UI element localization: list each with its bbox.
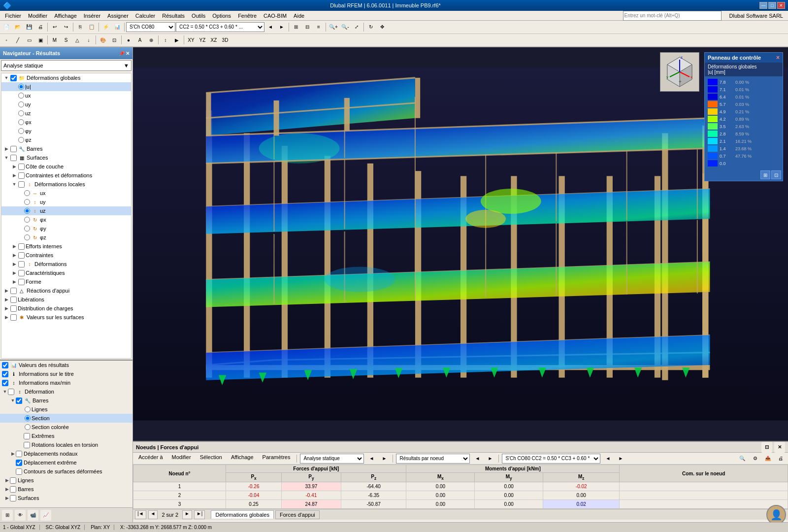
tree-contraintes[interactable]: ▶ Contraintes (1, 251, 131, 260)
chk-contours[interactable] (16, 468, 22, 475)
menu-fichier[interactable]: Fichier (2, 12, 24, 20)
chk-liberations[interactable] (10, 297, 17, 303)
print-btn[interactable]: 🖨 (35, 22, 46, 33)
tree-barres[interactable]: ▶ 🔧 Barres (1, 144, 131, 153)
tree-ux[interactable]: ux (1, 91, 131, 100)
chk-deformations[interactable] (18, 261, 25, 267)
res-rotations[interactable]: Rotations locales en torsion (0, 440, 132, 449)
viewport[interactable]: x y z + Panneau de contrôle × Déformatio… (133, 47, 788, 522)
undo-btn[interactable]: ↩ (49, 22, 60, 33)
close-button[interactable]: ✕ (777, 2, 785, 9)
chk-def-globales[interactable] (10, 75, 17, 81)
expand-icon[interactable]: ▼ (3, 75, 9, 81)
surface-btn[interactable]: ▭ (24, 34, 34, 45)
footer-nav-next[interactable]: ► (182, 510, 192, 519)
analysis-dropdown[interactable]: Analyse statique ▼ (1, 60, 131, 71)
tab-deformations-globales[interactable]: Déformations globales (211, 510, 273, 519)
tree-contraintes-def[interactable]: ▶ Contraintes et déformations (1, 171, 131, 180)
table-row[interactable]: 3 0.25 24.87 -50.87 0.00 0.00 0.02 (133, 500, 788, 509)
tree-local-phix[interactable]: ↻ φx (1, 215, 131, 224)
radio-local-uz[interactable] (24, 208, 30, 214)
res-valeurs[interactable]: 📊 Valeurs des résultats (0, 361, 132, 369)
camera-icon[interactable]: 📹 (28, 510, 38, 521)
tree-valeurs-surfaces[interactable]: ▶ ✱ Valeurs sur les surfaces (1, 313, 131, 322)
menu-affichage[interactable]: Affichage (51, 12, 80, 20)
res-maxmin[interactable]: ↕ Informations max/min (0, 378, 132, 387)
chk-valeurs-surfaces[interactable] (10, 314, 17, 321)
chk-reactions[interactable] (10, 288, 17, 294)
redo-btn[interactable]: ↪ (61, 22, 71, 33)
res-btn[interactable]: 📊 (112, 22, 123, 33)
bt-resultats-combo[interactable]: Résultats par noeud (396, 454, 470, 464)
res-lignes2[interactable]: ▶ Lignes (0, 476, 132, 485)
paste-btn[interactable]: 📋 (86, 22, 97, 33)
nav-close[interactable]: ✕ (126, 51, 130, 56)
zoom-in[interactable]: 🔍+ (328, 22, 339, 33)
chk-contraintes-def[interactable] (18, 172, 25, 179)
chk-depl-nodaux[interactable] (16, 451, 22, 457)
radio-uy[interactable] (18, 101, 24, 107)
menu-resultats[interactable]: Résultats (159, 12, 188, 20)
footer-nav-last[interactable]: ►| (194, 510, 205, 519)
tree-local-ux[interactable]: ↔ ux (1, 189, 131, 198)
footer-nav-prev[interactable]: ◄ (148, 510, 158, 519)
rotate-btn[interactable]: ↻ (365, 22, 376, 33)
chk-res-valeurs[interactable] (2, 362, 8, 368)
bt-combo-prev[interactable]: ◄ (602, 453, 613, 464)
minimize-button[interactable]: — (759, 2, 767, 9)
copy-btn[interactable]: ⎘ (75, 22, 86, 33)
radio-local-ux[interactable] (24, 190, 30, 196)
chk-def-locales[interactable] (18, 181, 25, 188)
menu-fenetre[interactable]: Fenêtre (235, 12, 260, 20)
res-section[interactable]: Section (0, 414, 132, 423)
menu-outils[interactable]: Outils (189, 12, 208, 20)
render-btn[interactable]: 🎨 (98, 34, 108, 45)
tree-phiy[interactable]: φy (1, 127, 131, 135)
search-input[interactable] (623, 11, 722, 21)
tree-liberations[interactable]: ▶ Libérations (1, 295, 131, 304)
bt-res-next[interactable]: ► (485, 453, 495, 464)
bt-affichage[interactable]: Affichage (228, 454, 257, 464)
load-btn[interactable]: ↓ (83, 34, 94, 45)
bt-analyse-combo[interactable]: Analyse statique (300, 454, 364, 464)
tree-deformations-globales[interactable]: ▼ 📁 Déformations globales (1, 73, 131, 82)
zoom-out[interactable]: 🔍- (340, 22, 351, 33)
control-panel-close[interactable]: × (776, 54, 780, 61)
combo-factor[interactable]: CC2 = 0.50 * CC3 + 0.60 * ... (176, 22, 264, 32)
view-btn3[interactable]: ≡ (313, 22, 324, 33)
tree-efforts-internes[interactable]: ▶ Efforts internes (1, 242, 131, 251)
xy-view[interactable]: XY (186, 34, 197, 45)
deform-scale[interactable]: ↕ (160, 34, 171, 45)
chk-res-barres[interactable] (16, 398, 22, 404)
load-case-combo[interactable]: S'Ch CO80 (126, 22, 175, 32)
bp-float[interactable]: ⊡ (761, 442, 772, 453)
save-btn[interactable]: 💾 (24, 22, 34, 33)
xz-view[interactable]: XZ (208, 34, 219, 45)
radio-local-uy[interactable] (24, 199, 30, 205)
radio-uz[interactable] (18, 110, 24, 116)
tree-reactions[interactable]: ▶ △ Réactions d'appui (1, 286, 131, 295)
node-btn[interactable]: ◦ (1, 34, 12, 45)
res-contours[interactable]: Contours de surfaces déformées (0, 467, 132, 476)
solid-btn[interactable]: ▣ (35, 34, 46, 45)
radio-local-phix[interactable] (24, 217, 30, 223)
wire-btn[interactable]: ⊡ (109, 34, 120, 45)
tree-phix[interactable]: φx (1, 118, 131, 127)
radio-phix[interactable] (18, 119, 24, 125)
radio-phiy[interactable] (18, 128, 24, 134)
tree-uz[interactable]: uz (1, 109, 131, 118)
chk-res-maxmin[interactable] (2, 380, 8, 386)
tree-forme[interactable]: ▶ Forme (1, 277, 131, 286)
tree-uy[interactable]: uy (1, 100, 131, 109)
table-row[interactable]: 1 -0.26 33.97 -64.40 0.00 0.00 -0.02 (133, 482, 788, 491)
radio-u-abs[interactable] (18, 84, 24, 90)
bt-selection[interactable]: Sélection (197, 454, 226, 464)
radio-lignes[interactable] (25, 406, 31, 412)
anim-btn[interactable]: ▶ (171, 34, 182, 45)
cp-btn2[interactable]: ⊡ (771, 170, 781, 179)
chk-efforts[interactable] (18, 243, 25, 250)
res-titre[interactable]: ℹ Informations sur le titre (0, 369, 132, 378)
view-btn2[interactable]: ⊟ (302, 22, 313, 33)
graph-icon[interactable]: 📈 (40, 510, 51, 521)
bt-modifier[interactable]: Modifier (168, 454, 195, 464)
